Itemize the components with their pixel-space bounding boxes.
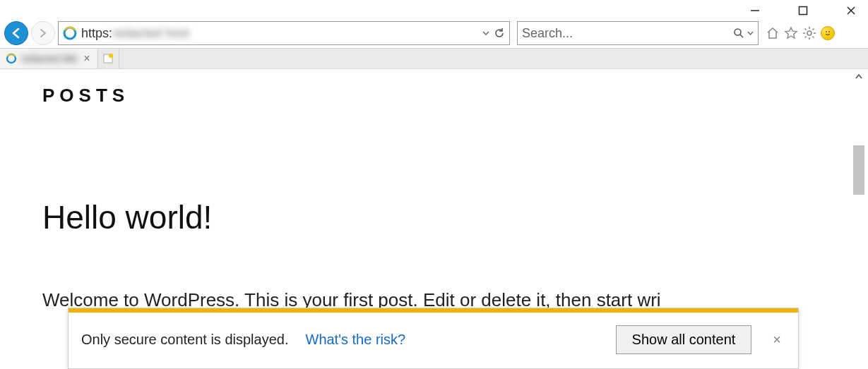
svg-point-5 (735, 29, 741, 35)
close-button[interactable] (841, 4, 861, 18)
refresh-icon[interactable] (494, 28, 505, 39)
search-icon[interactable] (733, 28, 744, 39)
arrow-left-icon (10, 27, 23, 40)
notification-message: Only secure content is displayed. (81, 332, 289, 348)
forward-button[interactable] (31, 21, 55, 45)
show-all-content-button[interactable]: Show all content (616, 325, 752, 354)
minimize-button[interactable] (745, 4, 765, 18)
scroll-thumb[interactable] (853, 145, 864, 195)
url-host-blurred: redacted host (112, 26, 189, 40)
ie-logo-icon (63, 26, 77, 40)
maximize-button[interactable] (793, 4, 813, 18)
smiley-icon[interactable] (821, 26, 835, 40)
home-icon[interactable] (766, 26, 780, 40)
gear-icon[interactable] (802, 26, 816, 40)
svg-line-12 (805, 29, 807, 30)
chevron-down-icon[interactable] (747, 30, 754, 37)
dismiss-notification-button[interactable]: × (768, 332, 785, 348)
tab-close-button[interactable]: × (82, 52, 91, 65)
toolbar-right-icons (766, 26, 835, 40)
new-tab-button[interactable] (98, 49, 119, 68)
scroll-track[interactable] (853, 82, 864, 369)
whats-the-risk-link[interactable]: What's the risk? (306, 332, 406, 348)
browser-toolbar: https:redacted host (0, 18, 868, 48)
scroll-up-icon[interactable] (854, 69, 864, 82)
svg-line-15 (805, 37, 807, 38)
svg-line-13 (813, 37, 814, 38)
window-controls (0, 0, 868, 18)
svg-rect-1 (799, 6, 807, 14)
tab-title: redacted title (21, 53, 78, 64)
vertical-scrollbar[interactable] (850, 69, 868, 369)
svg-point-7 (807, 31, 811, 35)
ie-logo-icon (6, 53, 17, 64)
search-input[interactable] (522, 26, 730, 41)
url-text[interactable]: https:redacted host (81, 26, 478, 41)
tab-active[interactable]: redacted title × (0, 49, 98, 68)
url-scheme: https: (81, 26, 112, 40)
svg-line-14 (813, 29, 814, 30)
new-tab-icon (102, 53, 114, 64)
post-title[interactable]: Hello world! (42, 198, 850, 236)
chevron-down-icon[interactable] (482, 30, 489, 37)
arrow-right-icon (38, 28, 48, 38)
back-button[interactable] (4, 21, 28, 45)
address-bar[interactable]: https:redacted host (58, 21, 510, 45)
svg-line-6 (740, 35, 743, 37)
star-icon[interactable] (784, 26, 798, 40)
section-heading: POSTS (42, 85, 850, 107)
svg-point-17 (828, 31, 830, 32)
security-notification-bar: Only secure content is displayed. What's… (68, 308, 799, 369)
tab-strip: redacted title × (0, 48, 868, 69)
svg-point-16 (826, 31, 827, 32)
svg-point-20 (109, 54, 113, 58)
search-bar[interactable] (517, 21, 759, 45)
